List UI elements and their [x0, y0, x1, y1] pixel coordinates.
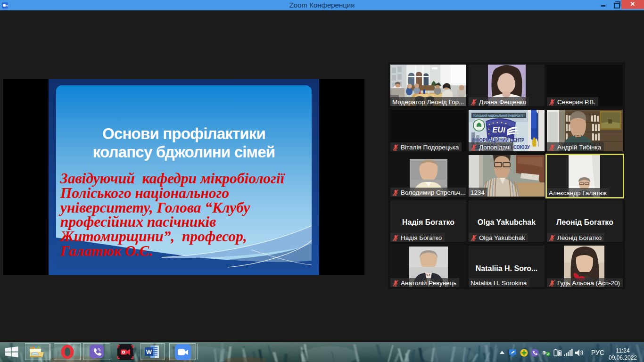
svg-text:ПОЛІСЬКИЙ НАЦІОНАЛЬНИЙ УНІВЕРС: ПОЛІСЬКИЙ НАЦІОНАЛЬНИЙ УНІВЕРСИТЕТ: [473, 114, 525, 118]
svg-text:W: W: [146, 348, 152, 355]
svg-text:EUi: EUi: [492, 125, 505, 134]
